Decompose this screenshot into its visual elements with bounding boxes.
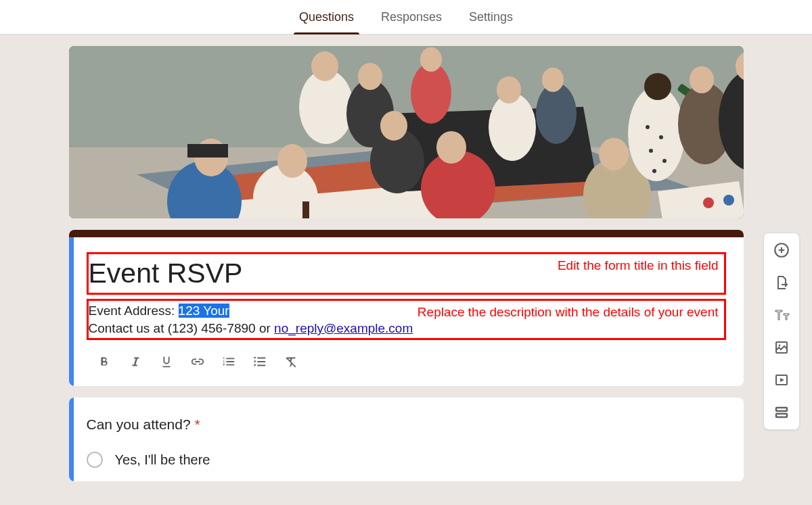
question-card[interactable]: Can you attend? * Yes, I'll be there [69, 398, 744, 481]
svg-rect-48 [776, 414, 787, 417]
header-image[interactable] [69, 46, 744, 218]
svg-point-37 [690, 66, 714, 93]
svg-point-45 [779, 345, 781, 347]
question-left-accent [69, 398, 74, 481]
add-video-icon[interactable] [771, 370, 792, 390]
title-card: Edit the form title in this field Event … [69, 230, 744, 386]
tabs-bar: Questions Responses Settings [0, 0, 812, 34]
option-row-1[interactable]: Yes, I'll be there [87, 452, 726, 468]
desc-prefix: Event Address: [89, 304, 179, 318]
body-area: Edit the form title in this field Event … [0, 34, 812, 505]
svg-point-34 [652, 169, 656, 173]
bulleted-list-icon[interactable] [246, 350, 273, 374]
svg-point-18 [411, 63, 451, 124]
svg-point-27 [599, 138, 629, 170]
option-label: Yes, I'll be there [115, 452, 210, 468]
underline-icon[interactable] [153, 350, 180, 374]
question-title[interactable]: Can you attend? * [87, 416, 726, 433]
add-image-icon[interactable] [771, 337, 792, 358]
svg-point-19 [420, 47, 442, 72]
add-question-icon[interactable] [771, 240, 792, 260]
add-title-icon[interactable] [771, 305, 792, 325]
link-icon[interactable] [184, 350, 211, 374]
svg-point-29 [644, 73, 671, 100]
svg-point-13 [311, 51, 338, 81]
tab-responses[interactable]: Responses [367, 0, 455, 34]
bold-icon[interactable] [91, 350, 118, 374]
form-description-field[interactable]: Replace the description with the details… [87, 299, 726, 340]
svg-rect-9 [187, 144, 228, 158]
svg-point-21 [436, 131, 466, 164]
svg-point-40 [703, 197, 714, 208]
clear-formatting-icon[interactable] [277, 350, 304, 374]
svg-point-30 [646, 125, 650, 129]
svg-point-41 [723, 195, 734, 206]
svg-rect-42 [302, 201, 309, 218]
annotation-title: Edit the form title in this field [558, 258, 719, 273]
svg-point-33 [662, 159, 667, 163]
tab-settings[interactable]: Settings [455, 0, 526, 34]
question-title-text: Can you attend? [87, 416, 195, 432]
radio-icon[interactable] [87, 452, 103, 468]
svg-point-17 [380, 111, 407, 141]
desc-line-2: Contact us at (123) 456-7890 or no_reply… [89, 320, 723, 337]
tab-questions[interactable]: Questions [286, 0, 367, 34]
svg-point-24 [536, 83, 577, 144]
italic-icon[interactable] [122, 350, 149, 374]
svg-point-31 [659, 135, 663, 139]
svg-point-23 [497, 76, 521, 103]
desc-highlight: 123 Your [179, 304, 229, 318]
svg-point-32 [649, 149, 653, 153]
desc-email-link[interactable]: no_reply@example.com [274, 321, 413, 335]
svg-rect-47 [776, 408, 787, 411]
required-asterisk: * [194, 416, 200, 432]
svg-point-22 [489, 93, 536, 161]
desc-line2-pre: Contact us at (123) 456-7890 or [89, 321, 275, 335]
svg-point-11 [277, 144, 307, 178]
add-section-icon[interactable] [771, 402, 792, 423]
numbered-list-icon[interactable] [215, 350, 242, 374]
title-card-left-accent [69, 237, 74, 386]
svg-point-28 [628, 87, 685, 181]
side-toolbar [763, 233, 800, 430]
annotation-description: Replace the description with the details… [418, 305, 719, 320]
format-toolbar [87, 350, 726, 374]
import-questions-icon[interactable] [771, 272, 792, 293]
form-title-field[interactable]: Edit the form title in this field Event … [87, 252, 726, 295]
svg-point-15 [358, 63, 382, 90]
svg-point-25 [542, 68, 564, 92]
title-card-accent [69, 230, 744, 237]
